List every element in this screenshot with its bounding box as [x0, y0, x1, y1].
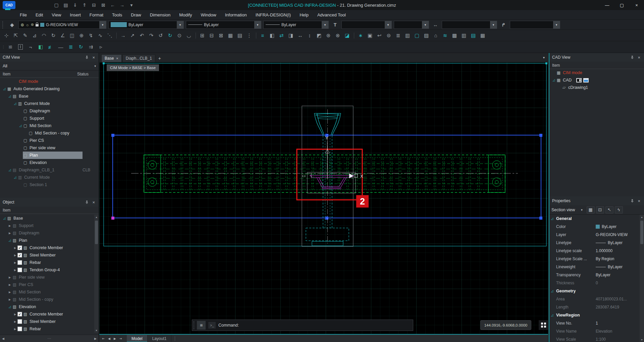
toolbar-icon[interactable]: ◨ [286, 32, 295, 40]
toolbar-icon[interactable]: ↩ [375, 32, 384, 40]
pin-icon[interactable] [85, 201, 89, 204]
expander-icon[interactable]: ▶ [7, 298, 12, 301]
property-row[interactable]: Length 283087.6419 [549, 303, 644, 311]
scroll-right-icon[interactable]: ▶ [94, 337, 97, 340]
toolbar-icon[interactable]: ↶ [138, 32, 146, 40]
menu-item[interactable]: Format [85, 11, 108, 19]
window-icon-1[interactable] [576, 78, 582, 82]
tree-row[interactable]: ◿ ▦Auto Generated Drawing [0, 85, 99, 93]
property-row[interactable]: Layer G-REGION-VIEW [549, 231, 644, 239]
expander-icon[interactable]: ▶ [13, 246, 17, 249]
toolbar-icon[interactable]: ⋮ [1, 43, 5, 51]
quick-access-icon[interactable]: ⊟ [90, 1, 98, 9]
tree-row[interactable]: ▶ ▧Steel Member [0, 318, 94, 325]
property-row[interactable]: View No. 1 [549, 319, 644, 327]
quick-access-icon[interactable]: ▾ [127, 1, 136, 9]
visibility-checkbox[interactable]: ✓ [17, 312, 22, 317]
property-row[interactable]: ◿ General [549, 215, 644, 223]
command-input[interactable]: Command: [218, 323, 239, 328]
command-bar[interactable]: ≡ >_ Command: [192, 320, 413, 331]
toolbar-icon[interactable]: ↔ [296, 32, 305, 40]
tab-list-chevron-icon[interactable]: ▾ [543, 56, 545, 59]
expander-icon[interactable]: ◿ [13, 176, 17, 179]
chevron-down-icon[interactable]: ▾ [322, 21, 328, 28]
toolbar-icon[interactable]: ≋ [441, 32, 449, 40]
toolbar-icon[interactable]: ▦ [478, 32, 487, 40]
visibility-checkbox[interactable]: ✓ [17, 253, 22, 258]
tree-row[interactable]: ▢Elevation [0, 159, 99, 166]
tree-row[interactable]: ▢Section 1 [0, 181, 99, 188]
property-row[interactable]: View Scale 1:100 [549, 335, 644, 342]
properties-tool-icon[interactable]: ▦ [587, 206, 595, 214]
tree-row[interactable]: ▶ ▧Support [0, 222, 94, 229]
property-row[interactable]: View Name Elevation [549, 327, 644, 335]
quick-access-icon[interactable]: ⇑ [80, 1, 89, 9]
linetype-combo[interactable]: ByLayer ▾ [186, 21, 261, 29]
property-row[interactable]: Lineweight ByLayer [549, 263, 644, 271]
drawing-tab[interactable]: Diaph...CLB_1 [122, 54, 155, 62]
expander-icon[interactable]: ▶ [7, 276, 12, 279]
selector-value[interactable]: Section view [551, 208, 575, 212]
expander-icon[interactable]: ▶ [13, 269, 17, 272]
tree-row[interactable]: ▢Support [0, 115, 99, 122]
tree-row[interactable]: ▶ ▧Diaphragm [0, 229, 94, 237]
scroll-up-icon[interactable]: ▲ [95, 215, 98, 219]
chevron-down-icon[interactable]: ▾ [99, 21, 106, 28]
toolbar-icon[interactable]: ▦ [226, 32, 235, 40]
expander-icon[interactable]: ▶ [7, 232, 12, 235]
scrollbar-thumb[interactable] [640, 221, 643, 244]
property-value[interactable]: 283087.6419 [596, 305, 619, 309]
tree-row[interactable]: ▶ ▧Rebar [0, 325, 94, 333]
toolbar-icon[interactable]: ∠ [58, 32, 67, 40]
chevron-down-icon[interactable]: ▾ [385, 21, 391, 28]
toolbar-icon[interactable] [254, 32, 258, 40]
expander-icon[interactable]: ◿ [7, 239, 12, 242]
toolbar-icon[interactable]: ↷ [147, 32, 156, 40]
expander-icon[interactable]: ▶ [7, 283, 12, 286]
drawing-svg[interactable]: 2 Y X [99, 62, 548, 335]
quick-access-icon[interactable]: ← [109, 1, 117, 9]
lineweight-combo[interactable]: ByLayer ▾ [263, 21, 329, 29]
toolbar-icon[interactable]: ◠ [40, 32, 48, 40]
tree-row[interactable]: ▢Pier side view [0, 144, 99, 152]
layout-nav-icon[interactable]: ⇤ [101, 336, 106, 342]
pin-icon[interactable] [631, 199, 634, 203]
toolbar-icon[interactable]: ∗ [356, 32, 365, 40]
window-icon-2[interactable] [583, 78, 589, 82]
menu-item[interactable]: Dimension [146, 11, 175, 19]
toolbar-icon[interactable]: ◡ [184, 32, 193, 40]
tree-row[interactable]: ▢Plan [0, 152, 99, 159]
property-row[interactable]: Area 4071800023.01... [549, 295, 644, 303]
expander-icon[interactable]: ◿ [7, 305, 12, 308]
view-window-icons[interactable] [576, 78, 589, 82]
close-icon[interactable]: × [637, 198, 641, 204]
quick-access-icon[interactable]: ⊠ [99, 1, 107, 9]
menu-item[interactable]: Edit [31, 11, 47, 19]
property-value[interactable]: ByLayer [608, 240, 623, 245]
toolbar-icon[interactable]: ⇉ [87, 43, 95, 51]
menu-item[interactable]: Window [196, 11, 220, 19]
expander-icon[interactable]: ◿ [2, 217, 7, 220]
quick-access-icon[interactable]: ⇓ [71, 1, 79, 9]
group-expander-icon[interactable]: ◿ [549, 314, 555, 317]
tree-row[interactable]: ▶ ▧Tendon Group-4 [0, 266, 94, 274]
property-value[interactable]: By Region [596, 256, 614, 261]
quick-access-icon[interactable]: ▢ [52, 1, 60, 9]
quick-access-icon[interactable]: ▤ [62, 1, 70, 9]
toolbar-icon[interactable]: I [16, 43, 25, 51]
toolbar-icon[interactable]: ▥ [403, 32, 412, 40]
toolbar-icon[interactable]: ⊟ [207, 32, 216, 40]
toolbar-icon[interactable]: ✎ [21, 32, 30, 40]
property-value[interactable]: ByLayer [602, 224, 616, 229]
toolbar-icon[interactable]: ↕ [305, 32, 314, 40]
tree-row[interactable]: ◿ ▥Current Mode [0, 100, 99, 107]
properties-tool-icon[interactable]: ϟ [615, 206, 623, 214]
tree-row[interactable]: ▶ ▧Pier CS [0, 281, 94, 288]
visibility-checkbox[interactable]: ✓ [17, 245, 22, 250]
scroll-left-icon[interactable]: ◀ [2, 337, 4, 340]
tree-row[interactable]: ▱cDrawing1 [549, 84, 644, 91]
multileader-style-combo[interactable]: ▾ [510, 21, 560, 29]
expander-icon[interactable]: ◿ [2, 87, 7, 91]
toolbar-icon[interactable]: ⊗ [333, 32, 342, 40]
group-expander-icon[interactable]: ◿ [549, 217, 555, 220]
